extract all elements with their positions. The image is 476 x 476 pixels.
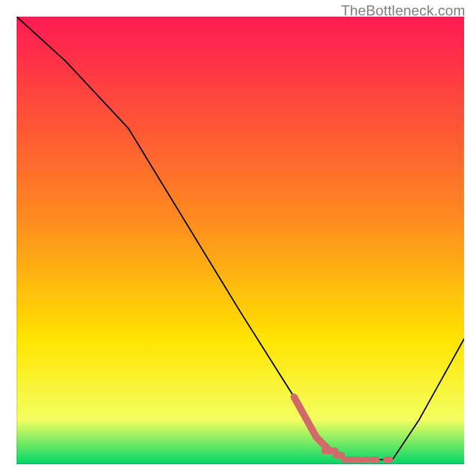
chart-stage: TheBottleneck.com [0, 0, 476, 476]
background-gradient [17, 17, 464, 464]
plot-area [17, 17, 464, 464]
plot-svg [17, 17, 464, 464]
watermark-text: TheBottleneck.com [341, 2, 465, 19]
